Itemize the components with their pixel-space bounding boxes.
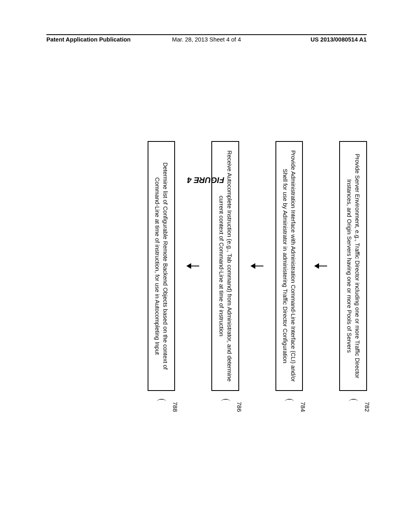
step-box: Provide Administration Interface with Ad… [275, 141, 303, 391]
reference-connector: ⏝ 786 [219, 398, 232, 407]
flowchart-step-2: Provide Administration Interface with Ad… [275, 141, 303, 391]
arrow-down-icon [251, 266, 263, 266]
figure-label: FIGURE 4 [187, 175, 224, 185]
step-box: Provide Server Environment, e.g., Traffi… [339, 141, 367, 391]
reference-connector: ⏝ 782 [347, 398, 359, 407]
header-date-sheet: Mar. 28, 2013 Sheet 4 of 4 [172, 36, 241, 43]
flowchart-diagram: Provide Server Environment, e.g., Traffi… [44, 141, 367, 391]
arrow-down-icon [187, 266, 199, 266]
reference-number: 784 [300, 402, 307, 412]
header-rule [46, 34, 367, 35]
bracket-icon: ⏝ [348, 398, 358, 407]
reference-number: 788 [172, 402, 179, 412]
flowchart-step-4: Determine list of Configurable Remote Ba… [148, 141, 175, 391]
flowchart-step-1: Provide Server Environment, e.g., Traffi… [339, 141, 367, 391]
bracket-icon: ⏝ [156, 398, 166, 407]
bracket-icon: ⏝ [221, 398, 230, 407]
flowchart: Provide Server Environment, e.g., Traffi… [148, 141, 367, 391]
reference-number: 786 [236, 402, 243, 412]
reference-connector: ⏝ 784 [283, 398, 295, 407]
arrow-down-icon [315, 266, 327, 266]
bracket-icon: ⏝ [285, 398, 294, 407]
step-box: Determine list of Configurable Remote Ba… [148, 141, 175, 391]
header-publication-type: Patent Application Publication [46, 36, 131, 43]
reference-connector: ⏝ 788 [155, 398, 167, 407]
reference-number: 782 [364, 402, 371, 412]
header-publication-number: US 2013/0080514 A1 [311, 36, 367, 43]
